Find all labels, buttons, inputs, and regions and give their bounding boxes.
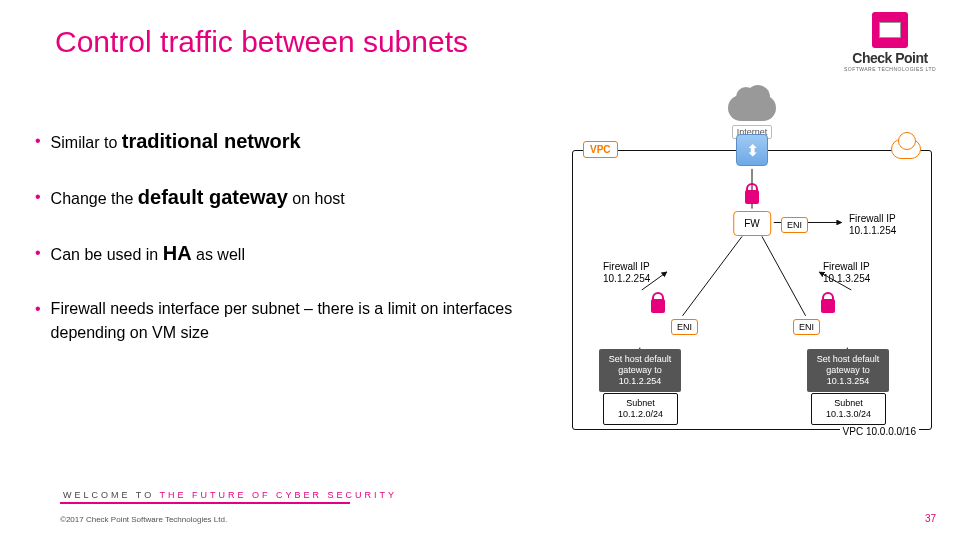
checkpoint-logo: Check Point SOFTWARE TECHNOLOGIES LTD (840, 12, 940, 72)
list-item: • Change the default gateway on host (35, 186, 575, 210)
gateway-note: Set host default gateway to 10.1.3.254 (807, 349, 889, 392)
lock-icon (745, 190, 759, 204)
firewall-ip-label: Firewall IP10.1.3.254 (823, 261, 870, 285)
vpc-box: VPC FW ENI Firewall IP10.1.1.254 Firew (572, 150, 932, 430)
vpc-cloud-icon (891, 139, 921, 159)
lock-icon (821, 299, 835, 313)
gateway-note: Set host default gateway to 10.1.2.254 (599, 349, 681, 392)
firewall-box: FW (733, 211, 771, 236)
vpc-cidr-label: VPC 10.0.0.0/16 (840, 426, 919, 437)
vpc-tag: VPC (583, 141, 618, 158)
bullet-text: Can be used in HA as well (51, 242, 245, 266)
list-item: • Can be used in HA as well (35, 242, 575, 266)
firewall-ip-label: Firewall IP10.1.2.254 (603, 261, 650, 285)
copyright: ©2017 Check Point Software Technologies … (60, 515, 227, 524)
footer-tagline: WELCOME TO THE FUTURE OF CYBER SECURITY (63, 490, 403, 500)
logo-mark-icon (872, 12, 908, 48)
gateway-icon (736, 134, 768, 166)
bullet-icon: • (35, 186, 41, 208)
eni-box: ENI (671, 319, 698, 335)
bullet-text: Change the default gateway on host (51, 186, 345, 210)
lock-icon (651, 299, 665, 313)
logo-subtext: SOFTWARE TECHNOLOGIES LTD (840, 66, 940, 72)
subnet-box: Subnet10.1.3.0/24 (811, 393, 886, 425)
page-number: 37 (925, 513, 936, 524)
list-item: • Firewall needs interface per subnet – … (35, 298, 575, 344)
eni-box: ENI (781, 217, 808, 233)
bullet-text: Firewall needs interface per subnet – th… (51, 298, 575, 344)
bullet-icon: • (35, 130, 41, 152)
svg-line-3 (762, 236, 806, 315)
firewall-ip-label: Firewall IP10.1.1.254 (849, 213, 896, 237)
network-diagram: Internet VPC FW ENI Firewall IP10.1.1.25… (572, 95, 932, 445)
slide-title: Control traffic between subnets (55, 25, 468, 59)
internet-cloud-icon: Internet (728, 95, 776, 139)
bullet-text: Similar to traditional network (51, 130, 301, 154)
subnet-box: Subnet10.1.2.0/24 (603, 393, 678, 425)
footer-divider (60, 502, 350, 504)
bullet-icon: • (35, 298, 41, 320)
svg-line-2 (683, 236, 743, 315)
eni-box: ENI (793, 319, 820, 335)
bullet-list: • Similar to traditional network • Chang… (35, 130, 575, 376)
logo-text: Check Point (840, 50, 940, 66)
list-item: • Similar to traditional network (35, 130, 575, 154)
bullet-icon: • (35, 242, 41, 264)
